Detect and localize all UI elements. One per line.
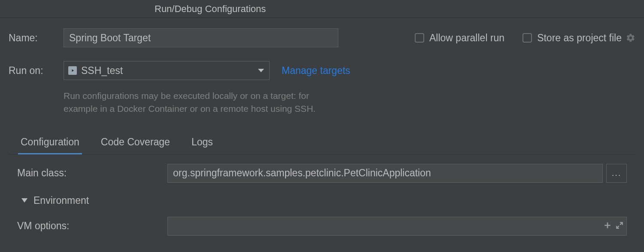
dialog-title: Run/Debug Configurations [0, 0, 644, 18]
run-on-value: SSH_test [81, 65, 123, 77]
checkbox-icon [415, 33, 424, 43]
help-line-2: example in a Docker Container or on a re… [64, 102, 450, 115]
name-input[interactable] [64, 28, 338, 47]
allow-parallel-label: Allow parallel run [429, 32, 504, 44]
run-on-label: Run on: [9, 65, 64, 77]
environment-label: Environment [33, 195, 89, 206]
help-line-1: Run configurations may be executed local… [64, 89, 450, 102]
tab-logs[interactable]: Logs [191, 136, 213, 154]
config-tabs: Configuration Code Coverage Logs [9, 136, 635, 154]
environment-section-toggle[interactable]: Environment [21, 195, 627, 206]
vm-options-label: VM options: [17, 220, 167, 232]
name-label: Name: [9, 32, 64, 44]
main-class-label: Main class: [17, 167, 167, 179]
allow-parallel-checkbox[interactable]: Allow parallel run [415, 32, 504, 44]
main-class-input[interactable] [167, 164, 603, 183]
tab-code-coverage[interactable]: Code Coverage [101, 136, 170, 154]
run-on-dropdown[interactable]: SSH_test [64, 61, 270, 80]
chevron-down-icon [21, 198, 27, 203]
manage-targets-link[interactable]: Manage targets [282, 65, 350, 77]
tab-configuration[interactable]: Configuration [21, 136, 79, 154]
checkbox-icon [522, 33, 532, 43]
run-on-help-text: Run configurations may be executed local… [64, 89, 450, 116]
vm-options-input[interactable] [167, 217, 627, 236]
store-project-checkbox[interactable]: Store as project file [522, 32, 622, 44]
store-project-label: Store as project file [537, 32, 622, 44]
expand-icon[interactable] [616, 221, 623, 231]
main-class-browse-button[interactable]: ... [606, 164, 627, 183]
target-icon [68, 66, 77, 75]
chevron-down-icon [258, 69, 264, 72]
insert-macro-icon[interactable] [604, 221, 611, 231]
gear-icon[interactable] [626, 33, 635, 43]
